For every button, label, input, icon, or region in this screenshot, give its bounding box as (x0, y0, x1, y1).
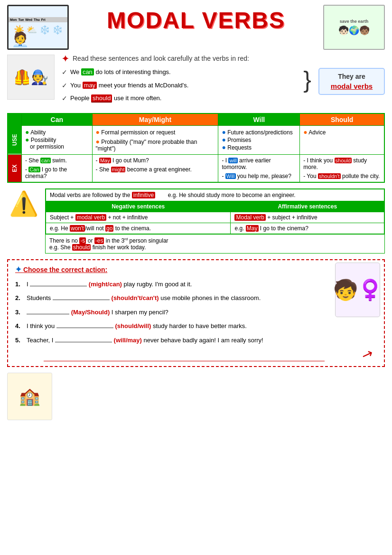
no-s-box: There is no -s or -es in the 3rd person … (45, 235, 385, 254)
blank-1[interactable] (30, 286, 87, 286)
intro-instruction: ✦ Read these sentences and look carefull… (62, 55, 385, 64)
no-s-should: should (72, 244, 91, 251)
practice-wrapper: ✦ Choose the correct action: 1. I (might… (7, 259, 385, 367)
may-highlight: may (83, 82, 97, 89)
save-earth-text: save the earth (340, 19, 369, 24)
option-4: (should/will) (115, 322, 151, 329)
neg-modal-verb: modal verb (75, 214, 106, 221)
sentences-block: ✓ We can do lots of interesting things. … (62, 68, 385, 107)
aff-formula-rest: + subject + infinitive (266, 214, 317, 221)
item-4-text: I think you (should/will) study harder t… (27, 321, 247, 331)
item-3-text: (May/Should) I sharpen my pencil? (27, 308, 168, 317)
wont-highlight: won't (70, 225, 85, 232)
sentence-3: ✓ People should use it more often. (62, 94, 299, 103)
intro-section: 🦺🧑‍🔧 ✦ Read these sentences and look car… (7, 55, 385, 107)
star-icon: ✦ (62, 54, 69, 64)
no-s-hl1: -s (79, 237, 86, 244)
sentence-1: ✓ We can do lots of interesting things. (62, 68, 299, 77)
page-title: MODAL VERBS (69, 7, 323, 33)
can-highlight: can (81, 68, 94, 75)
neg-formula-rest: + not + infinitive (106, 214, 148, 221)
may-use-cell: ● Formal permission or request ● Probabi… (92, 125, 218, 154)
should-highlight: should (91, 94, 112, 103)
negative-header: Negative sentences (46, 201, 231, 212)
will-ex-cell: - I will arrive earlier tomorrow. - Will… (218, 154, 300, 182)
use-row: USE ● Ability ● Possibility or permissio… (8, 125, 384, 154)
col-may-might: May/Might (92, 113, 218, 126)
col-will: Will (218, 113, 300, 126)
col-should: Should (300, 113, 384, 126)
page-header: MonTueWedThuFri ☀️ ⛅ ❄️ ❄️ 🧑‍💼 MODAL VER… (7, 5, 385, 50)
grammar-rule-row: Modal verbs are followed by the infiniti… (46, 189, 384, 201)
grammar-headers-row: Negative sentences Affirmative sentences (46, 201, 384, 212)
may-ex-cell: - May I go out Mum? - She might become a… (92, 154, 218, 182)
infinitive-highlight: infinitive (132, 192, 155, 198)
practice-item-5: 5. Teacher, I (will/may) never behave ba… (15, 336, 325, 345)
col-can: Can (22, 113, 93, 126)
practice-items-list: 1. I (might/can) play rugby. I'm good at… (15, 280, 325, 345)
brace: } (303, 68, 314, 92)
item-num-5: 5. (15, 336, 24, 345)
option-5: (will/may) (114, 337, 142, 344)
practice-item-1: 1. I (might/can) play rugby. I'm good at… (15, 280, 325, 289)
item-num-3: 3. (15, 308, 24, 317)
practice-title-text: Choose the correct action: (23, 266, 107, 273)
blank-5[interactable] (55, 342, 112, 342)
can-use-cell: ● Ability ● Possibility or permission (22, 125, 93, 154)
grammar-table-wrapper: Modal verbs are followed by the infiniti… (45, 188, 385, 254)
affirmative-formula-cell: Modal verb + subject + infinitive (231, 212, 384, 223)
blank-4[interactable] (56, 328, 113, 328)
no-s-example-after: finish her work today. (91, 244, 146, 251)
title-block: MODAL VERBS (69, 5, 323, 33)
grammar-example: e.g. He should study more to become an e… (168, 192, 296, 198)
worker-illustration: 🦺🧑‍🔧 (7, 55, 55, 100)
option-2: (shouldn't/can't) (112, 294, 159, 301)
practice-item-2: 2. Students (shouldn't/can't) use mobile… (15, 293, 325, 303)
may-aff-highlight: May (246, 225, 259, 232)
example-row: EX - She can swim. - Can I go to the cin… (8, 154, 384, 182)
item-num-1: 1. (15, 280, 24, 289)
neg-example-cell: e.g. He won't/will not go to the cinema. (46, 223, 231, 234)
answer-line (44, 352, 325, 361)
practice-item-3: 3. (May/Should) I sharpen my pencil? (15, 308, 325, 317)
modal-verbs-label: modal verbs (325, 82, 378, 90)
item-num-4: 4. (15, 321, 24, 331)
school-illustration: 🏫 (7, 373, 52, 420)
grammar-examples-row: e.g. He won't/will not go to the cinema.… (46, 223, 384, 234)
affirmative-header: Affirmative sentences (231, 201, 384, 212)
neg-formula-subject: Subject + (50, 214, 75, 221)
item-5-text: Teacher, I (will/may) never behave badly… (27, 336, 263, 345)
instruction-text: Read these sentences and look carefully … (73, 55, 249, 62)
blank-2[interactable] (53, 300, 110, 300)
weather-illustration: MonTueWedThuFri ☀️ ⛅ ❄️ ❄️ 🧑‍💼 (7, 5, 69, 50)
practice-star-icon: ✦ (15, 265, 21, 273)
they-are-text: They are (338, 73, 365, 80)
sentence-2: ✓ You may meet your friends at McDonald'… (62, 81, 299, 91)
warning-icon: ⚠️ (7, 188, 40, 219)
grammar-rule-text: Modal verbs are followed by the (50, 192, 130, 198)
weather-days: MonTueWedThuFri (9, 17, 67, 22)
use-label: USE (8, 125, 22, 154)
practice-content: ✦ Choose the correct action: 1. I (might… (15, 265, 377, 362)
should-ex-cell: - I think you should study more. - You s… (300, 154, 384, 182)
negative-formula-cell: Subject + modal verb + not + infinitive (46, 212, 231, 223)
should-use-cell: ● Advice (300, 125, 384, 154)
aff-modal-verb: Modal verb (234, 214, 265, 221)
no-s-text3: in the 3 (104, 237, 124, 244)
no-s-text1: There is no (49, 237, 79, 244)
blank-3[interactable] (27, 314, 69, 314)
grammar-table: Modal verbs are followed by the infiniti… (45, 188, 385, 235)
sentences-list: ✓ We can do lots of interesting things. … (62, 68, 299, 107)
modal-verbs-table: Can May/Might Will Should USE ● Ability … (7, 113, 385, 183)
no-s-example-before: e.g. She (49, 244, 72, 251)
will-use-cell: ● Future actions/predictions ● Promises … (218, 125, 300, 154)
grammar-formula-row: Subject + modal verb + not + infinitive … (46, 212, 384, 223)
save-earth-illustration: save the earth 🧒🏻🌍🧒🏽 (323, 5, 385, 50)
intro-text-block: ✦ Read these sentences and look carefull… (62, 55, 385, 107)
ex-label: EX (8, 154, 22, 182)
practice-title: ✦ Choose the correct action: (15, 265, 325, 274)
practice-item-4: 4. I think you (should/will) study harde… (15, 321, 325, 331)
item-2-text: Students (shouldn't/can't) use mobile ph… (27, 293, 261, 303)
practice-section: ✦ Choose the correct action: 1. I (might… (7, 259, 385, 367)
item-num-2: 2. (15, 293, 24, 303)
